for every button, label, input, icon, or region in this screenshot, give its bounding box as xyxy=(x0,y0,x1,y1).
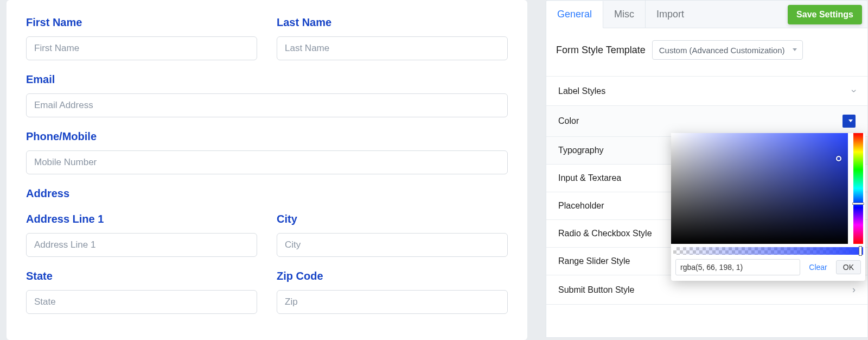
template-select[interactable]: Custom (Advanced Customization) xyxy=(652,40,803,60)
save-settings-button[interactable]: Save Settings xyxy=(788,5,862,24)
color-picker[interactable]: Clear OK xyxy=(671,133,865,281)
section-label-styles-text: Label Styles xyxy=(558,86,605,96)
color-clear-button[interactable]: Clear xyxy=(806,261,830,274)
section-radio-checkbox-text: Radio & Checkbox Style xyxy=(558,229,652,238)
address1-input[interactable] xyxy=(26,233,257,257)
section-label-styles[interactable]: Label Styles › xyxy=(546,77,867,106)
section-range-slider-text: Range Slider Style xyxy=(558,256,630,266)
city-group: City xyxy=(277,213,508,257)
section-typography-text: Typography xyxy=(558,146,604,155)
color-picker-cursor[interactable] xyxy=(836,156,841,161)
tab-misc[interactable]: Misc xyxy=(603,1,646,28)
section-color[interactable]: Color xyxy=(546,106,867,137)
section-color-text: Color xyxy=(558,116,579,126)
template-row: Form Style Template Custom (Advanced Cus… xyxy=(556,40,858,60)
phone-label: Phone/Mobile xyxy=(26,130,508,143)
color-picker-footer: Clear OK xyxy=(671,259,865,275)
first-name-input[interactable] xyxy=(26,36,257,60)
section-submit-button-text: Submit Button Style xyxy=(558,285,635,295)
address-heading: Address xyxy=(26,187,508,200)
city-label: City xyxy=(277,213,508,225)
zip-group: Zip Code xyxy=(277,270,508,314)
email-group: Email xyxy=(26,73,508,117)
form-preview-panel: First Name Last Name Email Phone/Mobile … xyxy=(7,0,527,340)
phone-group: Phone/Mobile xyxy=(26,130,508,174)
phone-input[interactable] xyxy=(26,150,508,174)
chevron-down-icon: › xyxy=(848,90,860,93)
city-input[interactable] xyxy=(277,233,508,257)
chevron-right-icon: › xyxy=(852,284,856,295)
alpha-cursor[interactable] xyxy=(859,246,862,256)
section-input-textarea-text: Input & Textarea xyxy=(558,173,621,183)
zip-input[interactable] xyxy=(277,290,508,314)
template-label: Form Style Template xyxy=(556,45,646,56)
tab-import[interactable]: Import xyxy=(646,1,695,28)
color-picker-hue[interactable] xyxy=(853,133,863,244)
settings-tabs: General Misc Import Save Settings xyxy=(546,0,868,28)
email-label: Email xyxy=(26,73,508,86)
address1-label: Address Line 1 xyxy=(26,213,257,225)
settings-panel: General Misc Import Save Settings Form S… xyxy=(546,0,868,340)
chevron-down-icon xyxy=(793,48,797,51)
section-placeholder-text: Placeholder xyxy=(558,201,604,211)
email-input[interactable] xyxy=(26,93,508,117)
address1-group: Address Line 1 xyxy=(26,213,257,257)
first-name-label: First Name xyxy=(26,16,257,29)
zip-label: Zip Code xyxy=(277,270,508,282)
color-picker-alpha[interactable] xyxy=(673,247,863,255)
state-label: State xyxy=(26,270,257,282)
color-ok-button[interactable]: OK xyxy=(836,260,861,274)
color-picker-saturation[interactable] xyxy=(671,133,848,244)
color-swatch[interactable] xyxy=(843,115,856,128)
tab-general[interactable]: General xyxy=(546,1,603,28)
state-group: State xyxy=(26,270,257,314)
color-value-input[interactable] xyxy=(675,259,800,275)
first-name-group: First Name xyxy=(26,16,257,60)
last-name-group: Last Name xyxy=(277,16,508,60)
template-select-value: Custom (Advanced Customization) xyxy=(659,46,785,55)
last-name-input[interactable] xyxy=(277,36,508,60)
settings-body: Form Style Template Custom (Advanced Cus… xyxy=(546,28,868,338)
hue-cursor[interactable] xyxy=(852,203,864,205)
chevron-down-icon xyxy=(848,119,853,122)
state-input[interactable] xyxy=(26,290,257,314)
last-name-label: Last Name xyxy=(277,16,508,29)
